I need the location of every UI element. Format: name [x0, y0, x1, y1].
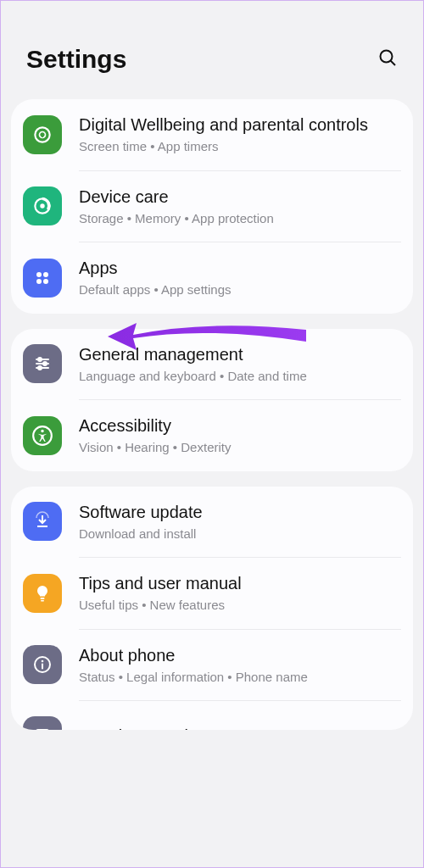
setting-subtitle: Download and install	[79, 526, 401, 542]
svg-point-12	[43, 362, 47, 365]
setting-developer-options[interactable]: Developer options	[11, 701, 413, 730]
device-care-icon	[23, 186, 62, 225]
setting-subtitle: Vision • Hearing • Dexterity	[79, 439, 401, 456]
svg-point-16	[41, 430, 43, 432]
svg-point-4	[40, 204, 44, 209]
setting-apps[interactable]: Apps Default apps • App settings	[11, 242, 413, 314]
svg-line-1	[391, 61, 396, 66]
page-title: Settings	[26, 45, 126, 74]
setting-title: Digital Wellbeing and parental controls	[79, 114, 401, 136]
software-update-icon	[23, 502, 62, 541]
setting-subtitle: Status • Legal information • Phone name	[79, 669, 401, 686]
svg-point-7	[36, 279, 42, 284]
svg-point-14	[38, 366, 42, 370]
wellbeing-icon	[23, 115, 62, 154]
setting-subtitle: Useful tips • New features	[79, 597, 401, 614]
general-management-icon	[23, 344, 62, 383]
svg-point-20	[42, 660, 44, 663]
svg-point-0	[381, 51, 393, 63]
apps-icon	[23, 259, 62, 298]
setting-title: Apps	[79, 258, 401, 279]
svg-rect-18	[41, 600, 44, 602]
setting-title: Tips and user manual	[79, 573, 401, 594]
tips-icon	[23, 574, 62, 613]
svg-rect-21	[42, 664, 43, 670]
svg-rect-17	[41, 598, 45, 599]
setting-accessibility[interactable]: Accessibility Vision • Hearing • Dexteri…	[11, 400, 413, 471]
setting-digital-wellbeing[interactable]: Digital Wellbeing and parental controls …	[11, 99, 413, 170]
developer-icon	[23, 716, 62, 730]
header: Settings	[1, 1, 423, 99]
setting-subtitle: Default apps • App settings	[79, 281, 401, 298]
accessibility-icon	[23, 416, 62, 455]
setting-subtitle: Storage • Memory • App protection	[79, 210, 401, 227]
svg-point-5	[36, 272, 42, 277]
svg-point-6	[43, 272, 48, 277]
settings-group-1: Digital Wellbeing and parental controls …	[11, 99, 413, 314]
search-icon[interactable]	[377, 47, 398, 71]
settings-group-2: General management Language and keyboard…	[11, 329, 413, 471]
setting-about-phone[interactable]: About phone Status • Legal information •…	[11, 630, 413, 701]
setting-title: General management	[79, 344, 401, 365]
setting-title: Software update	[79, 502, 401, 523]
setting-tips[interactable]: Tips and user manual Useful tips • New f…	[11, 558, 413, 629]
setting-title: Developer options	[79, 726, 401, 731]
about-phone-icon	[23, 645, 62, 684]
setting-device-care[interactable]: Device care Storage • Memory • App prote…	[11, 171, 413, 242]
setting-title: About phone	[79, 645, 401, 666]
setting-software-update[interactable]: Software update Download and install	[11, 487, 413, 558]
settings-group-3: Software update Download and install Tip…	[11, 487, 413, 731]
setting-title: Accessibility	[79, 415, 401, 437]
setting-general-management[interactable]: General management Language and keyboard…	[11, 329, 413, 400]
setting-subtitle: Language and keyboard • Date and time	[79, 368, 401, 385]
setting-title: Device care	[79, 186, 401, 208]
svg-point-8	[43, 279, 48, 284]
setting-subtitle: Screen time • App timers	[79, 138, 401, 155]
svg-point-10	[38, 358, 42, 361]
